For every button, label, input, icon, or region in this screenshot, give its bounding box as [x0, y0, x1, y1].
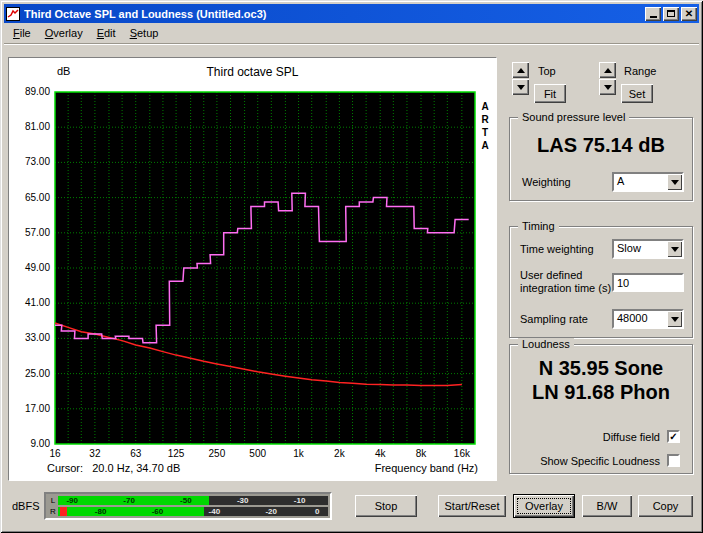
- range-up-button[interactable]: [599, 62, 616, 78]
- meter-row: R-80-60-40-200: [48, 507, 328, 516]
- spl-group: Sound pressure level LAS 75.14 dB Weight…: [509, 117, 693, 201]
- sampling-rate-dropdown-button[interactable]: [667, 311, 682, 327]
- spl-plot-panel: dB Third octave SPL A R T A 89.0081.0073…: [8, 57, 497, 481]
- maximize-icon: [667, 10, 675, 17]
- svg-text:1k: 1k: [293, 448, 305, 459]
- loudness-phon-value: LN 91.68 Phon: [510, 381, 692, 404]
- diffuse-field-checkbox[interactable]: ✓: [667, 430, 680, 443]
- svg-text:32: 32: [89, 448, 101, 459]
- svg-text:73.00: 73.00: [25, 156, 50, 167]
- svg-text:33.00: 33.00: [25, 332, 50, 343]
- stop-button[interactable]: Stop: [355, 495, 417, 517]
- svg-text:9.00: 9.00: [31, 438, 51, 449]
- menu-setup[interactable]: Setup: [123, 25, 166, 41]
- top-label: Top: [538, 65, 556, 77]
- menu-overlay[interactable]: Overlay: [38, 25, 90, 41]
- sampling-rate-value: 48000: [614, 311, 667, 327]
- down-arrow-icon: [517, 85, 525, 90]
- bw-button[interactable]: B/W: [582, 495, 632, 517]
- copy-button[interactable]: Copy: [638, 495, 693, 517]
- cursor-readout: Cursor: 20.0 Hz, 34.70 dB: [47, 462, 180, 474]
- window-title: Third Octave SPL and Loudness (Untitled.…: [24, 8, 643, 20]
- show-specific-loudness-checkbox[interactable]: [667, 454, 680, 467]
- svg-text:63: 63: [130, 448, 142, 459]
- svg-text:250: 250: [209, 448, 226, 459]
- app-window: Third Octave SPL and Loudness (Untitled.…: [0, 0, 703, 533]
- start-reset-button[interactable]: Start/Reset: [438, 495, 506, 517]
- time-weighting-value: Slow: [614, 241, 667, 257]
- spl-group-title: Sound pressure level: [518, 111, 629, 123]
- svg-text:17.00: 17.00: [25, 403, 50, 414]
- spl-value: LAS 75.14 dB: [510, 134, 692, 157]
- menu-bar: File Overlay Edit Setup: [4, 23, 699, 44]
- timing-group: Timing Time weighting Slow User defined …: [509, 226, 693, 338]
- svg-text:49.00: 49.00: [25, 262, 50, 273]
- chevron-down-icon: [671, 317, 679, 322]
- menu-edit[interactable]: Edit: [90, 25, 123, 41]
- weighting-value: A: [614, 174, 667, 190]
- dbfs-label: dBFS: [12, 500, 40, 512]
- top-up-button[interactable]: [512, 62, 529, 78]
- spl-chart[interactable]: 89.0081.0073.0065.0057.0049.0041.0033.00…: [10, 82, 495, 462]
- level-meter: L-90-70-50-30-10R-80-60-40-200: [44, 492, 332, 520]
- set-button[interactable]: Set: [621, 84, 653, 103]
- app-icon[interactable]: [6, 7, 20, 21]
- weighting-label: Weighting: [522, 176, 571, 188]
- loudness-group: Loudness N 35.95 Sone LN 91.68 Phon Diff…: [509, 344, 693, 474]
- integration-time-label: User defined integration time (s): [520, 269, 612, 295]
- menu-file[interactable]: File: [6, 25, 38, 41]
- sampling-rate-select[interactable]: 48000: [612, 309, 684, 329]
- svg-text:4k: 4k: [375, 448, 387, 459]
- time-weighting-label: Time weighting: [520, 243, 594, 255]
- integration-time-input[interactable]: [612, 273, 684, 292]
- fit-button[interactable]: Fit: [534, 84, 566, 103]
- time-weighting-select[interactable]: Slow: [612, 239, 684, 259]
- chevron-down-icon: [671, 180, 679, 185]
- diffuse-field-label: Diffuse field: [603, 431, 660, 443]
- maximize-button[interactable]: [663, 7, 679, 21]
- plot-title: Third octave SPL: [9, 65, 496, 79]
- range-label: Range: [624, 65, 656, 77]
- svg-text:500: 500: [249, 448, 266, 459]
- svg-text:125: 125: [168, 448, 185, 459]
- range-down-button[interactable]: [599, 79, 616, 95]
- minimize-button[interactable]: [645, 7, 661, 21]
- svg-text:25.00: 25.00: [25, 368, 50, 379]
- svg-text:65.00: 65.00: [25, 192, 50, 203]
- close-icon: ✕: [685, 9, 693, 18]
- time-weighting-dropdown-button[interactable]: [667, 241, 682, 257]
- meter-row: L-90-70-50-30-10: [48, 496, 328, 505]
- svg-text:41.00: 41.00: [25, 297, 50, 308]
- loudness-sone-value: N 35.95 Sone: [510, 357, 692, 380]
- svg-text:8k: 8k: [416, 448, 428, 459]
- up-arrow-icon: [517, 68, 525, 73]
- chevron-down-icon: [671, 247, 679, 252]
- svg-text:57.00: 57.00: [25, 227, 50, 238]
- overlay-button[interactable]: Overlay: [514, 495, 574, 517]
- svg-text:16k: 16k: [454, 448, 471, 459]
- svg-text:2k: 2k: [334, 448, 346, 459]
- down-arrow-icon: [604, 85, 612, 90]
- show-specific-loudness-label: Show Specific Loudness: [540, 455, 660, 467]
- minimize-icon: [650, 16, 657, 18]
- weighting-select[interactable]: A: [612, 172, 684, 192]
- timing-group-title: Timing: [518, 220, 559, 232]
- svg-text:81.00: 81.00: [25, 121, 50, 132]
- svg-text:16: 16: [49, 448, 61, 459]
- sampling-rate-label: Sampling rate: [520, 313, 588, 325]
- svg-text:89.00: 89.00: [25, 86, 50, 97]
- up-arrow-icon: [604, 68, 612, 73]
- top-down-button[interactable]: [512, 79, 529, 95]
- loudness-group-title: Loudness: [518, 338, 574, 350]
- weighting-dropdown-button[interactable]: [667, 174, 682, 190]
- close-button[interactable]: ✕: [681, 7, 697, 21]
- titlebar[interactable]: Third Octave SPL and Loudness (Untitled.…: [4, 4, 699, 23]
- x-axis-label: Frequency band (Hz): [375, 462, 478, 474]
